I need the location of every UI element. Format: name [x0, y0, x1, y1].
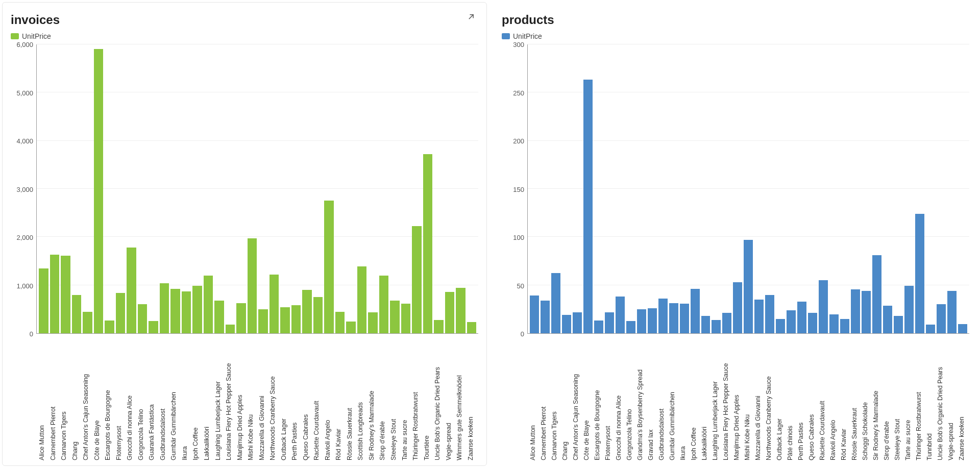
bar[interactable]	[138, 304, 148, 333]
bar[interactable]	[83, 312, 92, 333]
bar[interactable]	[937, 304, 946, 333]
bar[interactable]	[346, 322, 356, 333]
bar[interactable]	[605, 312, 614, 333]
bar[interactable]	[105, 321, 114, 333]
bar[interactable]	[160, 283, 169, 333]
legend-label: UnitPrice	[22, 32, 51, 40]
bar[interactable]	[401, 304, 411, 333]
bar[interactable]	[270, 275, 279, 333]
bar[interactable]	[626, 321, 635, 333]
x-label: Gorgonzola Telino	[137, 337, 147, 461]
x-label: Laughing Lumberjack Lager	[712, 337, 721, 461]
bar[interactable]	[127, 248, 136, 333]
bar[interactable]	[291, 305, 301, 333]
bar[interactable]	[744, 240, 753, 333]
bar[interactable]	[616, 297, 625, 333]
bar[interactable]	[797, 302, 806, 333]
bar[interactable]	[754, 300, 764, 333]
bar[interactable]	[669, 303, 678, 333]
bar[interactable]	[456, 288, 465, 333]
bar[interactable]	[551, 273, 560, 333]
bar[interactable]	[182, 291, 191, 333]
y-tick: 4,000	[16, 137, 33, 145]
expand-icon[interactable]	[466, 12, 476, 22]
bar[interactable]	[434, 320, 444, 333]
bar[interactable]	[423, 154, 433, 333]
x-label: Mozzarella di Giovanni	[754, 337, 764, 461]
bar[interactable]	[947, 291, 957, 333]
bar[interactable]	[637, 309, 646, 333]
bar[interactable]	[390, 301, 400, 333]
x-label: Flotemysost	[115, 337, 125, 461]
bar[interactable]	[94, 49, 104, 333]
bar[interactable]	[904, 286, 914, 333]
bar[interactable]	[583, 80, 593, 333]
legend-label: UnitPrice	[513, 32, 542, 40]
x-label: Mozzarella di Giovanni	[258, 337, 268, 461]
x-label: Carnarvon Tigers	[551, 337, 560, 461]
x-label: Thüringer Rostbratwurst	[412, 337, 422, 461]
bar[interactable]	[851, 289, 860, 333]
bar[interactable]	[335, 312, 345, 333]
x-label: Guaraná Fantástica	[148, 337, 158, 461]
bar[interactable]	[149, 321, 158, 333]
bar[interactable]	[61, 256, 70, 333]
bar[interactable]	[412, 226, 422, 333]
bar[interactable]	[733, 282, 742, 333]
bar[interactable]	[39, 268, 48, 333]
x-label: Raclette Courdavault	[313, 337, 323, 461]
bar[interactable]	[72, 295, 82, 333]
bar[interactable]	[204, 276, 213, 333]
bar[interactable]	[829, 314, 839, 333]
bar[interactable]	[872, 255, 881, 333]
bar[interactable]	[258, 309, 268, 333]
bar[interactable]	[712, 320, 721, 333]
bar[interactable]	[562, 315, 571, 333]
bar[interactable]	[573, 312, 582, 334]
bar[interactable]	[765, 295, 774, 333]
bar[interactable]	[680, 304, 689, 333]
bar[interactable]	[170, 289, 180, 333]
bar[interactable]	[467, 322, 477, 333]
bar[interactable]	[368, 312, 378, 333]
dashboard: invoices UnitPrice 01,0002,0003,0004,000…	[2, 2, 978, 466]
bar[interactable]	[819, 280, 828, 333]
bar[interactable]	[883, 306, 892, 333]
bar[interactable]	[594, 321, 603, 333]
bar[interactable]	[648, 308, 657, 333]
bar[interactable]	[116, 293, 126, 333]
bar[interactable]	[658, 299, 668, 333]
bar[interactable]	[324, 201, 334, 333]
bar[interactable]	[236, 303, 246, 333]
bar[interactable]	[722, 313, 731, 333]
bar[interactable]	[302, 290, 312, 333]
bar[interactable]	[862, 291, 871, 333]
y-tick: 5,000	[16, 89, 33, 96]
bar[interactable]	[541, 301, 550, 333]
bar[interactable]	[915, 214, 924, 333]
bar[interactable]	[50, 255, 60, 333]
bar[interactable]	[248, 238, 257, 333]
legend-products: UnitPrice	[502, 32, 969, 40]
bar[interactable]	[701, 316, 710, 333]
bar[interactable]	[840, 319, 849, 333]
bar[interactable]	[445, 292, 455, 333]
bar[interactable]	[313, 297, 323, 333]
bar[interactable]	[787, 310, 796, 333]
bar[interactable]	[214, 301, 224, 333]
bar[interactable]	[808, 313, 817, 333]
bar[interactable]	[776, 319, 785, 333]
bar[interactable]	[530, 295, 539, 333]
bar[interactable]	[379, 276, 389, 333]
x-label: Sirop d'érable	[883, 337, 892, 461]
bar[interactable]	[894, 316, 903, 333]
bar[interactable]	[226, 325, 235, 333]
bar[interactable]	[357, 266, 367, 333]
x-label: Rössle Sauerkraut	[851, 337, 860, 461]
bar[interactable]	[958, 324, 967, 333]
bar[interactable]	[926, 325, 935, 333]
bar[interactable]	[280, 307, 290, 333]
bar[interactable]	[691, 289, 700, 333]
bar[interactable]	[192, 286, 202, 333]
x-label: Northwoods Cranberry Sauce	[765, 337, 774, 461]
